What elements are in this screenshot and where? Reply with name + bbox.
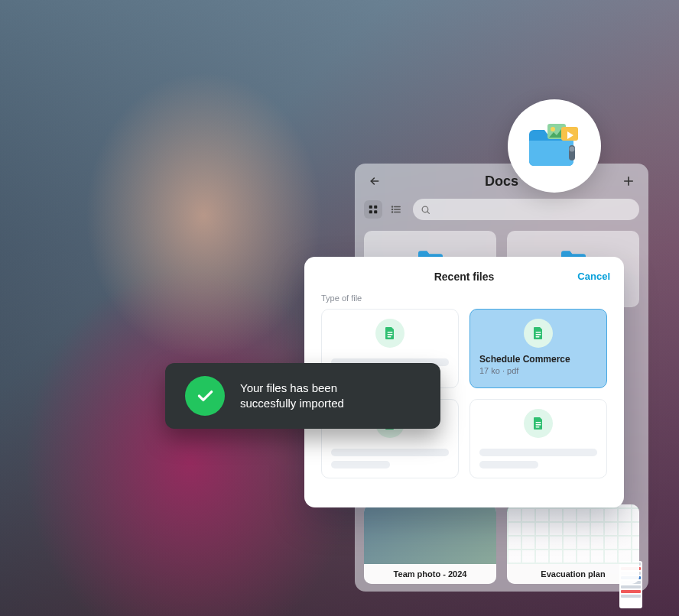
file-meta: 17 ko · pdf	[479, 366, 597, 375]
document-icon	[524, 409, 553, 438]
docs-toolbar	[355, 199, 648, 226]
svg-point-12	[570, 147, 575, 152]
thumb-card[interactable]: Evacuation plan	[507, 504, 639, 584]
docs-badge	[508, 99, 601, 193]
success-toast: Your files has been succesfully imported	[165, 363, 440, 429]
svg-rect-15	[388, 336, 391, 337]
file-meta-placeholder	[479, 461, 538, 468]
search-input[interactable]	[413, 199, 639, 220]
svg-rect-14	[388, 334, 393, 335]
list-view-button[interactable]	[387, 200, 405, 219]
thumb-caption: Evacuation plan	[507, 564, 639, 584]
svg-point-5	[391, 209, 392, 209]
document-icon	[375, 319, 404, 348]
add-button[interactable]	[618, 170, 639, 192]
list-icon	[391, 204, 401, 215]
svg-rect-1	[374, 206, 377, 209]
svg-rect-23	[536, 424, 541, 425]
modal-title: Recent files	[434, 271, 495, 283]
folder-media-icon	[526, 122, 583, 170]
cancel-button[interactable]: Cancel	[577, 271, 610, 282]
file-name-placeholder	[331, 449, 449, 456]
document-icon	[524, 319, 553, 348]
docs-header: Docs	[355, 164, 648, 199]
team-photo-thumbnail	[364, 504, 496, 564]
modal-header: Recent files Cancel	[304, 271, 624, 293]
view-toggle	[364, 200, 405, 219]
svg-rect-3	[374, 210, 377, 213]
arrow-left-icon	[369, 175, 381, 187]
file-card[interactable]	[469, 399, 607, 478]
evacuation-plan-thumbnail	[507, 504, 639, 564]
thumb-card[interactable]: Team photo - 2024	[364, 504, 496, 584]
svg-rect-17	[536, 334, 541, 335]
thumb-caption: Team photo - 2024	[364, 564, 496, 584]
type-of-file-label: Type of file	[304, 293, 624, 309]
svg-rect-0	[369, 206, 372, 209]
svg-rect-2	[369, 210, 372, 213]
check-icon	[185, 376, 225, 416]
svg-rect-13	[388, 332, 393, 332]
svg-rect-22	[536, 422, 541, 423]
file-name-placeholder	[479, 449, 597, 456]
svg-point-4	[391, 206, 392, 207]
grid-icon	[368, 204, 378, 215]
docs-thumb-row: Team photo - 2024 Evacuation plan	[364, 504, 639, 584]
file-card-selected[interactable]: Schedule Commerce 17 ko · pdf	[469, 309, 607, 388]
plus-icon	[622, 174, 635, 188]
toast-line1: Your files has been	[240, 381, 337, 394]
grid-view-button[interactable]	[364, 200, 382, 219]
toast-message: Your files has been succesfully imported	[240, 381, 344, 412]
svg-rect-24	[536, 426, 540, 427]
svg-rect-18	[536, 336, 540, 337]
back-button[interactable]	[364, 170, 385, 192]
svg-point-6	[391, 212, 392, 212]
file-name: Schedule Commerce	[479, 354, 597, 365]
svg-point-9	[551, 127, 555, 131]
search-icon	[421, 205, 430, 215]
toast-line2: succesfully imported	[240, 397, 344, 410]
file-meta-placeholder	[331, 461, 390, 468]
docs-title: Docs	[485, 173, 518, 190]
svg-rect-16	[536, 332, 541, 332]
